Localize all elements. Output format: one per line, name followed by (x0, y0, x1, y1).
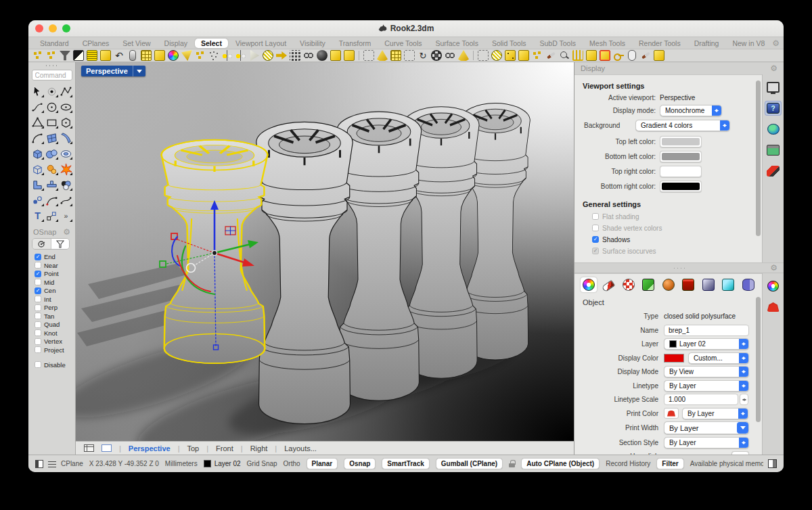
menu-tab-new-in-v8[interactable]: New in V8 (726, 39, 771, 48)
print-width-select[interactable]: By Layer (664, 421, 749, 434)
points-pair-icon[interactable] (31, 193, 44, 207)
numbered-grid-icon[interactable] (141, 50, 152, 61)
curve-icon[interactable] (31, 100, 44, 114)
yellow-box-icon[interactable] (654, 50, 664, 61)
mapping-box-icon[interactable] (700, 277, 717, 292)
rectangle-icon[interactable] (45, 116, 58, 129)
libraries-icon[interactable] (765, 143, 782, 158)
dashed-frame-icon[interactable] (363, 50, 374, 61)
chevron-down-icon[interactable] (133, 66, 145, 76)
surface-blend-icon[interactable] (60, 131, 72, 145)
linetype-scale-stepper[interactable]: 1.000 (664, 394, 748, 405)
yellow-box-icon[interactable] (586, 50, 597, 61)
paintbrush-icon[interactable] (545, 50, 556, 61)
section-style-select[interactable]: By Layer (664, 437, 749, 448)
wand-icon[interactable] (129, 50, 136, 61)
mouse-icon[interactable] (628, 50, 636, 61)
rook-gray-1[interactable] (256, 122, 353, 423)
status-layer[interactable]: Layer 02 (204, 460, 241, 467)
gumball-dots-icon[interactable] (532, 50, 543, 61)
drag-handle-icon[interactable] (45, 64, 60, 67)
film-reel-icon[interactable] (431, 50, 442, 61)
dot-cluster-icon[interactable] (195, 50, 206, 61)
menu-tab-cplanes[interactable]: CPlanes (76, 39, 116, 48)
display-color-swatch[interactable] (664, 354, 684, 363)
menu-tab-display[interactable]: Display (158, 39, 194, 48)
explode-icon[interactable] (45, 162, 58, 176)
viewport-tab-perspective[interactable]: Perspective (129, 444, 171, 453)
checkbox[interactable] (35, 279, 41, 285)
red-framed-box-icon[interactable] (600, 50, 610, 61)
grid-box-icon[interactable] (390, 50, 401, 61)
dice-box-icon[interactable] (505, 50, 516, 61)
move-points-icon[interactable] (45, 209, 58, 223)
burst-icon[interactable] (60, 162, 72, 176)
fence-bars-icon[interactable] (572, 50, 583, 61)
eyes-box-icon[interactable] (518, 50, 529, 61)
cone-icon[interactable] (377, 50, 388, 61)
menu-tab-set-view[interactable]: Set View (116, 39, 156, 48)
spiral-icon[interactable] (418, 50, 428, 61)
menu-tab-transform[interactable]: Transform (333, 39, 377, 48)
status-smarttrack[interactable]: SmartTrack (382, 458, 429, 469)
close-button[interactable] (35, 24, 43, 32)
filter-funnel-icon[interactable] (51, 239, 70, 249)
display-color-select[interactable]: Custom... (688, 352, 749, 364)
black-sphere-icon[interactable] (317, 50, 328, 61)
shell-icon[interactable] (765, 300, 782, 315)
circle-icon[interactable] (45, 100, 58, 114)
control-points-icon[interactable] (290, 50, 300, 61)
notes-pen-icon[interactable] (765, 164, 782, 179)
osnap-item-int[interactable]: Int (35, 296, 72, 303)
status-osnap[interactable]: Osnap (344, 458, 376, 469)
hatched-circle-icon[interactable] (263, 50, 273, 61)
render-box-icon[interactable] (680, 277, 696, 292)
stepper-value[interactable]: 1.000 (664, 394, 738, 405)
viewport-tab-layouts-[interactable]: Layouts... (284, 444, 317, 453)
checkbox[interactable]: ✓ (35, 254, 41, 260)
environment-dome-icon[interactable] (765, 122, 782, 137)
checkbox[interactable] (35, 304, 41, 311)
gumball-y-handle[interactable] (160, 261, 166, 267)
half-square-icon[interactable] (73, 50, 84, 61)
checkbox[interactable] (35, 329, 41, 336)
hyperlink-button[interactable]: ... (731, 451, 749, 455)
menu-tab-select[interactable]: Select (195, 39, 228, 48)
gumball-y-arrow[interactable] (248, 240, 258, 248)
general-setting-shadows[interactable]: ✓Shadows (592, 235, 752, 244)
3d-scene[interactable] (76, 62, 574, 441)
viewport-canvas[interactable]: Perspective (76, 62, 574, 441)
selection-funnel-icon[interactable] (60, 50, 70, 61)
mesh-box-icon[interactable] (31, 162, 44, 176)
osnap-item-disable[interactable]: Disable (35, 361, 72, 369)
four-viewport-layout-icon[interactable] (84, 444, 94, 452)
viewport-tab-front[interactable]: Front (216, 444, 233, 453)
drag-handle-icon[interactable] (673, 267, 686, 269)
checkbox[interactable] (35, 338, 41, 345)
osnap-item-knot[interactable]: Knot (35, 329, 72, 337)
osnap-item-end[interactable]: ✓End (35, 253, 72, 260)
hatched-sphere-icon[interactable] (491, 50, 502, 61)
gear-icon[interactable]: ⚙ (772, 39, 780, 47)
mirrored-spheres-icon[interactable] (222, 50, 233, 61)
cone-icon[interactable] (458, 50, 469, 61)
checkbox[interactable]: ✓ (592, 236, 599, 243)
gear-icon[interactable]: ⚙ (770, 64, 777, 72)
viewport-title-badge[interactable]: Perspective (81, 66, 145, 76)
menu-tab-subd-tools[interactable]: SubD Tools (534, 39, 583, 48)
menu-tab-render-tools[interactable]: Render Tools (633, 39, 687, 48)
menu-tab-mesh-tools[interactable]: Mesh Tools (583, 39, 631, 48)
status-auto-cplane-object-[interactable]: Auto CPlane (Object) (521, 458, 600, 469)
yellow-box-icon[interactable] (154, 50, 165, 61)
color-swatch-button[interactable] (660, 181, 702, 192)
yellow-box-icon[interactable] (100, 50, 111, 61)
menu-tab-solid-tools[interactable]: Solid Tools (486, 39, 533, 48)
color-swatch-button[interactable] (660, 166, 702, 177)
help-icon[interactable]: ? (765, 101, 782, 116)
checkbox[interactable] (35, 346, 41, 353)
osnap-item-near[interactable]: Near (35, 262, 72, 269)
osnap-item-vertex[interactable]: Vertex (35, 338, 72, 345)
list-icon[interactable] (48, 461, 56, 467)
checkbox[interactable]: ✓ (35, 271, 41, 277)
menu-tab-surface-tools[interactable]: Surface Tools (430, 39, 484, 48)
